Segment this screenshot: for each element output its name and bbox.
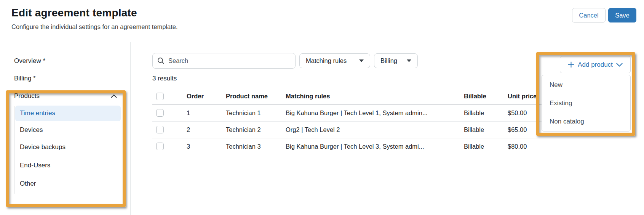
sidebar-item-devices[interactable]: Devices	[20, 126, 43, 134]
cell-unit-price: $80.00	[508, 143, 527, 150]
search-icon	[157, 57, 165, 64]
cell-unit-price: $50.00	[508, 109, 527, 117]
column-header-matching-rules[interactable]: Matching rules	[286, 93, 330, 100]
sidebar-item-label: Time entries	[20, 109, 55, 117]
cell-product-name: Technician 2	[226, 126, 261, 133]
row-checkbox[interactable]	[156, 126, 164, 133]
row-checkbox[interactable]	[156, 143, 164, 150]
cell-order: 3	[187, 143, 190, 150]
row-checkbox[interactable]	[156, 109, 164, 117]
chevron-down-icon	[616, 63, 623, 67]
cell-order: 1	[187, 109, 190, 117]
column-header-billable[interactable]: Billable	[464, 93, 486, 100]
edit-agreement-template-page: Edit agreement template Configure the in…	[0, 0, 644, 215]
sidebar-item-time-entries[interactable]: Time entries	[15, 106, 121, 121]
cancel-button[interactable]: Cancel	[572, 8, 606, 22]
sidebar-divider	[130, 42, 131, 215]
cell-order: 2	[187, 126, 190, 133]
cell-product-name: Technician 1	[226, 109, 261, 117]
sidebar-item-device-backups[interactable]: Device backups	[20, 143, 66, 151]
matching-rules-filter-dropdown[interactable]: Matching rules	[299, 53, 370, 68]
menu-item-new[interactable]: New	[550, 81, 563, 89]
menu-item-non-catalog[interactable]: Non catalog	[550, 118, 584, 125]
add-product-label: Add product	[578, 61, 613, 69]
filter-label: Matching rules	[306, 57, 347, 64]
save-button[interactable]: Save	[608, 8, 636, 22]
column-header-unit-price[interactable]: Unit price	[508, 93, 537, 100]
search-input[interactable]	[168, 57, 291, 64]
cell-matching-rules: Org2 | Tech Level 2	[286, 126, 340, 133]
select-all-checkbox[interactable]	[156, 93, 164, 100]
cell-billable: Billable	[464, 126, 484, 133]
page-subtitle: Configure the individual settings for an…	[11, 23, 178, 30]
filter-label: Billing	[380, 57, 397, 64]
sidebar-item-other[interactable]: Other	[20, 180, 36, 188]
products-section-label: Products	[14, 92, 40, 100]
sidebar-section-products[interactable]: Products	[14, 92, 117, 100]
search-input-container[interactable]	[152, 53, 296, 69]
cell-billable: Billable	[464, 143, 484, 150]
header-divider	[0, 42, 644, 42]
results-count: 3 results	[152, 75, 177, 82]
add-product-menu: New Existing Non catalog	[542, 75, 631, 132]
billing-filter-dropdown[interactable]: Billing	[374, 53, 418, 68]
column-header-product-name[interactable]: Product name	[226, 93, 268, 100]
plus-icon	[568, 61, 574, 68]
caret-down-icon	[407, 59, 411, 62]
cell-unit-price: $65.00	[508, 126, 527, 133]
cell-billable: Billable	[464, 109, 484, 117]
cell-matching-rules: Big Kahuna Burger | Tech Level 3, System…	[286, 143, 424, 150]
cell-matching-rules: Big Kahuna Burger | Tech Level 1, System…	[286, 109, 428, 117]
cell-product-name: Technician 3	[226, 143, 261, 150]
row-divider	[152, 155, 631, 155]
sidebar-indent-line	[14, 106, 14, 194]
sidebar-item-overview[interactable]: Overview *	[14, 57, 45, 65]
caret-down-icon	[359, 59, 364, 62]
sidebar-item-billing[interactable]: Billing *	[14, 75, 36, 82]
sidebar-item-end-users[interactable]: End-Users	[20, 162, 50, 169]
row-divider	[152, 138, 631, 138]
chevron-up-icon	[111, 94, 117, 98]
add-product-button[interactable]: Add product	[560, 56, 631, 73]
column-header-order[interactable]: Order	[187, 93, 204, 100]
page-title: Edit agreement template	[11, 7, 137, 19]
menu-item-existing[interactable]: Existing	[550, 99, 572, 107]
